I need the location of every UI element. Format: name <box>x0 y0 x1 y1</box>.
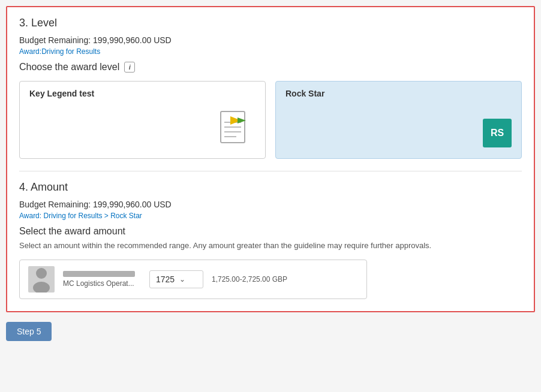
amount-award-label: Award: Driving for Results > Rock Star <box>19 212 522 220</box>
amount-budget-label: Budget Remaining: <box>19 200 91 209</box>
svg-point-7 <box>36 268 47 279</box>
level-award-label: Award:Driving for Results <box>19 47 522 56</box>
avatar-silhouette-icon <box>31 266 52 293</box>
recipient-name-bar <box>63 271 135 277</box>
chevron-down-icon: ⌄ <box>179 275 185 284</box>
level-budget-label: Budget Remaining: <box>19 35 91 45</box>
info-icon[interactable]: i <box>124 62 135 73</box>
amount-range: 1,725.00-2,725.00 GBP <box>212 275 287 284</box>
select-amount-label: Select the award amount <box>19 226 522 237</box>
amount-budget: Budget Remaining: 199,990,960.00 USD <box>19 200 522 209</box>
recipient-info: MC Logistics Operat... <box>63 271 141 288</box>
amount-dropdown[interactable]: 1725 ⌄ <box>149 270 203 288</box>
level-budget: Budget Remaining: 199,990,960.00 USD <box>19 35 522 45</box>
svg-point-8 <box>33 282 50 293</box>
award-cards-container: Key Legend test <box>19 81 522 159</box>
main-panel: 3. Level Budget Remaining: 199,990,960.0… <box>6 6 535 312</box>
document-quill-icon <box>220 105 256 147</box>
step5-button[interactable]: Step 5 <box>6 322 52 341</box>
select-amount-desc: Select an amount within the recommended … <box>19 240 522 251</box>
section-level: 3. Level Budget Remaining: 199,990,960.0… <box>19 17 522 159</box>
award-card-rock-star-content: RS <box>285 105 512 147</box>
award-card-rock-star[interactable]: Rock Star RS <box>275 81 522 159</box>
level-budget-value: 199,990,960.00 USD <box>93 35 172 45</box>
amount-value: 1725 <box>156 275 175 284</box>
section-amount: 4. Amount Budget Remaining: 199,990,960.… <box>19 181 522 299</box>
award-card-key-legend[interactable]: Key Legend test <box>19 81 266 159</box>
rock-star-badge: RS <box>483 119 512 147</box>
amount-budget-value: 199,990,960.00 USD <box>93 200 172 209</box>
section-divider <box>19 171 522 171</box>
award-card-rock-star-title: Rock Star <box>285 89 512 98</box>
choose-award-level-label: Choose the award level i <box>19 62 522 73</box>
recipient-role: MC Logistics Operat... <box>63 279 141 288</box>
recipient-avatar <box>28 266 55 293</box>
award-card-key-legend-title: Key Legend test <box>29 89 256 98</box>
award-card-key-legend-content <box>29 105 256 147</box>
section-level-title: 3. Level <box>19 17 522 29</box>
recipient-row: MC Logistics Operat... 1725 ⌄ 1,725.00-2… <box>19 260 367 299</box>
section-amount-title: 4. Amount <box>19 181 522 194</box>
